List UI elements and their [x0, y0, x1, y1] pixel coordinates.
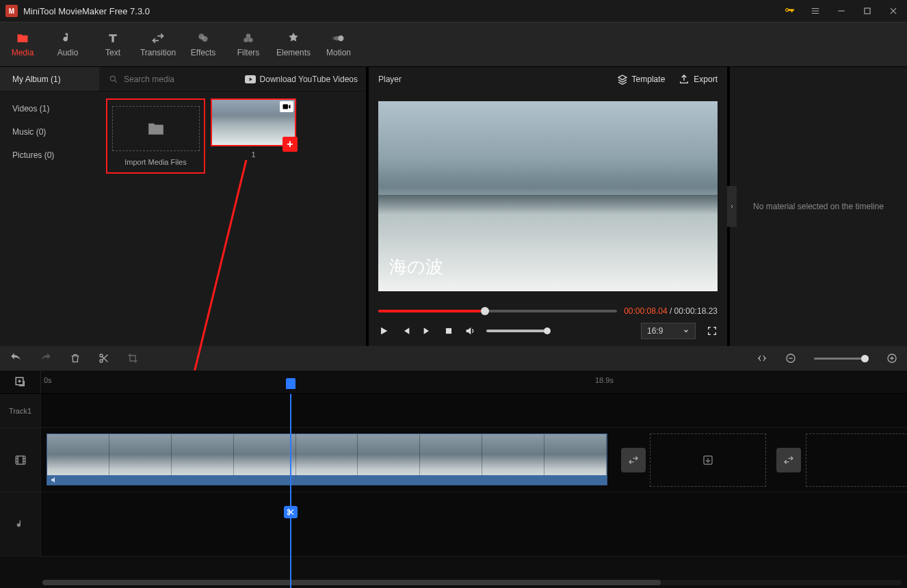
svg-point-4 — [244, 38, 248, 42]
video-track-lane[interactable] — [41, 428, 907, 492]
audio-track-head[interactable] — [0, 492, 41, 556]
minimize-button[interactable] — [833, 3, 850, 19]
tab-motion-label: Motion — [326, 48, 351, 57]
fit-timeline-button[interactable] — [757, 353, 767, 364]
audio-track-lane[interactable] — [41, 492, 907, 556]
track1-label: Track1 — [0, 394, 41, 427]
search-input[interactable] — [122, 74, 245, 85]
delete-button[interactable] — [70, 353, 81, 364]
zoom-in-button[interactable] — [886, 353, 897, 364]
next-frame-button[interactable] — [422, 325, 433, 336]
volume-button[interactable] — [464, 325, 475, 336]
search-icon — [109, 75, 118, 84]
properties-empty-text: No material selected on the timeline — [753, 202, 884, 211]
ruler-tick-start: 0s — [44, 376, 52, 384]
close-button[interactable] — [885, 3, 902, 19]
sidebar-item-pictures[interactable]: Pictures (0) — [0, 144, 99, 167]
tab-media-label: Media — [12, 48, 34, 57]
zoom-slider[interactable] — [814, 358, 869, 360]
media-thumbnail-1[interactable]: + 1 — [211, 98, 296, 159]
download-youtube-button[interactable]: Download YouTube Videos — [245, 75, 366, 84]
tab-effects-label: Effects — [191, 48, 215, 57]
export-button[interactable]: Export — [679, 74, 718, 85]
clip-slot-2[interactable] — [806, 433, 907, 487]
tab-transition[interactable]: Transition — [135, 23, 181, 66]
tab-effects[interactable]: Effects — [181, 23, 226, 66]
player-title: Player — [378, 75, 402, 84]
aspect-ratio-select[interactable]: 16:9 — [641, 323, 696, 339]
album-tab[interactable]: My Album (1) — [0, 67, 99, 91]
music-icon — [15, 519, 26, 530]
ruler-tick-end: 18.9s — [595, 376, 614, 384]
crop-button[interactable] — [127, 353, 138, 364]
tab-elements-label: Elements — [276, 48, 311, 57]
transition-slot-2[interactable] — [776, 448, 801, 472]
preview-canvas: 海の波 — [378, 101, 718, 291]
chevron-down-icon — [683, 328, 689, 334]
svg-point-2 — [202, 36, 207, 42]
stop-button[interactable] — [444, 326, 454, 336]
film-icon — [14, 454, 27, 466]
svg-point-9 — [110, 76, 115, 81]
folder-icon — [147, 121, 165, 136]
transition-slot-1[interactable] — [621, 448, 646, 472]
svg-point-3 — [246, 34, 251, 38]
add-track-button[interactable] — [0, 371, 41, 393]
tab-filters[interactable]: Filters — [226, 23, 271, 66]
svg-rect-11 — [283, 105, 289, 109]
play-button[interactable] — [378, 325, 389, 336]
playhead[interactable] — [290, 394, 291, 588]
video-badge-icon — [280, 101, 293, 112]
tab-audio-label: Audio — [57, 48, 79, 57]
app-title: MiniTool MovieMaker Free 7.3.0 — [23, 6, 776, 16]
tab-media[interactable]: Media — [0, 23, 45, 66]
add-to-timeline-button[interactable]: + — [282, 137, 298, 152]
svg-point-15 — [100, 360, 103, 362]
tab-elements[interactable]: Elements — [271, 23, 316, 66]
sidebar-item-videos[interactable]: Videos (1) — [0, 97, 99, 120]
export-icon — [679, 74, 689, 85]
tab-text[interactable]: Text — [90, 23, 135, 66]
undo-button[interactable] — [10, 352, 22, 364]
zoom-out-button[interactable] — [785, 353, 796, 364]
svg-point-14 — [100, 354, 103, 357]
clip-slot-1[interactable] — [650, 433, 766, 487]
svg-point-5 — [248, 38, 253, 42]
time-display: 00:00:08.04 / 00:00:18.23 — [624, 306, 718, 316]
layers-icon — [617, 74, 628, 85]
svg-rect-0 — [865, 8, 870, 14]
hamburger-menu-icon[interactable] — [807, 3, 824, 19]
tab-audio[interactable]: Audio — [45, 23, 90, 66]
video-clip[interactable] — [47, 433, 607, 485]
track1-lane[interactable] — [41, 394, 907, 427]
thumbnail-label: 1 — [251, 150, 255, 159]
seek-slider[interactable] — [378, 310, 617, 312]
svg-point-8 — [332, 37, 336, 40]
template-button[interactable]: Template — [617, 74, 666, 85]
import-label: Import Media Files — [124, 158, 186, 166]
import-media-button[interactable]: Import Media Files — [106, 98, 205, 174]
volume-slider[interactable] — [486, 330, 548, 332]
tab-transition-label: Transition — [140, 48, 176, 57]
maximize-button[interactable] — [859, 3, 876, 19]
fullscreen-button[interactable] — [707, 325, 718, 336]
svg-rect-13 — [446, 328, 451, 334]
expand-properties-button[interactable] — [727, 186, 737, 227]
sidebar-item-music[interactable]: Music (0) — [0, 120, 99, 144]
app-logo: M — [5, 5, 18, 17]
split-button[interactable] — [98, 353, 109, 364]
upgrade-key-icon[interactable] — [781, 3, 798, 19]
preview-watermark: 海の波 — [389, 255, 443, 279]
clip-audio-icon — [50, 476, 58, 484]
youtube-icon — [245, 75, 256, 83]
tab-motion[interactable]: Motion — [316, 23, 361, 66]
svg-rect-19 — [16, 456, 25, 464]
tab-filters-label: Filters — [237, 48, 260, 57]
redo-button[interactable] — [40, 352, 52, 364]
tab-text-label: Text — [105, 48, 120, 57]
video-track-head[interactable] — [0, 428, 41, 492]
timeline-scrollbar[interactable] — [42, 580, 902, 585]
prev-frame-button[interactable] — [400, 325, 411, 336]
playhead-split-button[interactable] — [284, 506, 298, 518]
